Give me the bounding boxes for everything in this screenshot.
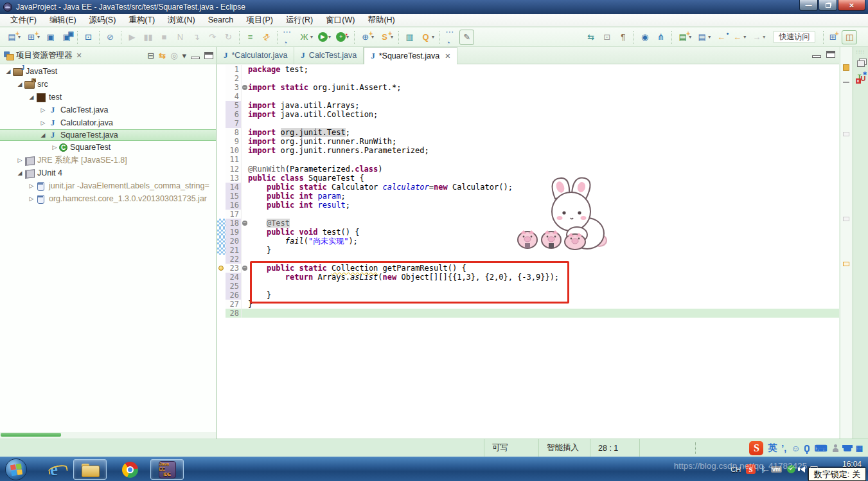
tree-item-junit-jar-javaelementlabels-comma-string[interactable]: ▷junit.jar -JavaElementLabels_comma_stri…: [0, 179, 216, 192]
open-resource-dropdown-arrow[interactable]: ▾: [708, 34, 711, 40]
collapse-icon[interactable]: −: [242, 221, 247, 226]
open-perspective-button[interactable]: ⊞+: [826, 30, 842, 44]
java-ee-perspective-button[interactable]: ◫: [842, 30, 857, 44]
save-all-button[interactable]: ▣▣: [59, 30, 74, 45]
back-to-last-edit-button[interactable]: ←•: [714, 30, 729, 45]
quick-access-box[interactable]: 快速访问: [773, 31, 815, 43]
overview-ruler[interactable]: [840, 47, 852, 439]
debug-dropdown-arrow[interactable]: ▾: [310, 34, 313, 40]
collapsed-arrow-icon[interactable]: ▷: [27, 183, 36, 189]
minimize-editor-icon[interactable]: [812, 55, 821, 58]
ime-emoji-icon[interactable]: ☺: [791, 443, 800, 453]
menu-item-7[interactable]: 运行(R): [279, 14, 319, 26]
skip-all-breakpoints-button[interactable]: ⊘: [103, 30, 118, 45]
taskbar-chrome[interactable]: [114, 459, 145, 480]
code-line-11[interactable]: 11: [217, 155, 839, 164]
menu-item-3[interactable]: 重构(T): [122, 14, 161, 26]
open-resource-button[interactable]: ▤▾: [695, 30, 713, 45]
junit-view-icon[interactable]: ✱ T U x: [856, 73, 866, 84]
last-edit-location-button[interactable]: ⇆: [583, 30, 598, 45]
close-button[interactable]: ✕: [838, 0, 865, 11]
new-wizard-button[interactable]: ▤+▾: [4, 30, 22, 45]
menu-item-9[interactable]: 帮助(H): [361, 14, 401, 26]
taskbar-file-explorer[interactable]: [73, 459, 107, 480]
launch-toolbar-button[interactable]: ⇄: [259, 30, 274, 45]
tab-close-icon[interactable]: ✕: [445, 52, 450, 60]
maximize-view-icon[interactable]: [204, 52, 213, 59]
collapse-icon[interactable]: −: [242, 85, 247, 90]
restore-views-icon[interactable]: [857, 60, 865, 67]
new-snippet-button[interactable]: ▤+▾: [675, 30, 693, 45]
tab-calctest-java[interactable]: JCalcTest.java: [294, 47, 364, 64]
search-button[interactable]: Q▾: [418, 30, 436, 45]
expanded-arrow-icon[interactable]: ◢: [39, 132, 48, 138]
type-hierarchy-button[interactable]: ⋔: [653, 30, 668, 45]
open-console-monitor-button[interactable]: ⊡: [81, 30, 96, 45]
code-line-2[interactable]: 2: [217, 74, 839, 83]
run-button[interactable]: ▶▾: [316, 30, 333, 45]
view-menu-icon[interactable]: ▾: [182, 51, 186, 60]
expanded-arrow-icon[interactable]: ◢: [27, 94, 36, 100]
ime-skin-icon[interactable]: [844, 445, 851, 451]
tree-item-calculator-java[interactable]: ▷JCalculator.java: [0, 116, 216, 129]
focus-icon[interactable]: ◎: [170, 51, 177, 60]
tab-squaretest-java[interactable]: J*SquareTest.java✕: [364, 47, 457, 64]
tree-item-src[interactable]: ◢src: [0, 78, 216, 91]
collapsed-arrow-icon[interactable]: ▷: [27, 195, 36, 202]
search-dropdown-arrow[interactable]: ▾: [432, 34, 434, 40]
collapsed-arrow-icon[interactable]: ▷: [50, 144, 59, 150]
code-line-5[interactable]: 5import java.util.Arrays;: [217, 101, 839, 110]
gray-marker[interactable]: [843, 217, 849, 221]
show-whitespace-button[interactable]: ¶: [616, 30, 630, 45]
menu-item-5[interactable]: Search: [202, 14, 240, 26]
expanded-arrow-icon[interactable]: ◢: [15, 170, 24, 176]
ime-voice-icon[interactable]: [804, 445, 810, 452]
link-with-editor-icon[interactable]: ⇆: [159, 51, 166, 60]
code-line-10[interactable]: 10import org.junit.runners.Parameterized…: [217, 146, 839, 155]
minimize-button[interactable]: —: [799, 0, 818, 11]
ime-language-toggle[interactable]: 英: [768, 442, 777, 454]
new-java-ee-project-button[interactable]: ⊞+▾: [24, 30, 42, 45]
project-explorer-close-icon[interactable]: ✕: [76, 51, 82, 60]
web-page-editor-button[interactable]: ▥: [402, 30, 417, 45]
tree-item-test[interactable]: ◢test: [0, 91, 216, 104]
tree-item-org-hamcrest-core-1-3-0-v201303031735-jar[interactable]: ▷org.hamcrest.core_1.3.0.v201303031735.j…: [0, 192, 216, 205]
tree-item-javatest[interactable]: ◢JavaTest: [0, 65, 216, 78]
dash-marker[interactable]: [843, 82, 849, 83]
profile-button[interactable]: ⋯◔: [443, 30, 458, 45]
run-external-tools-button[interactable]: +▪▾: [334, 30, 351, 45]
expanded-arrow-icon[interactable]: ◢: [15, 81, 24, 87]
sogou-logo-icon[interactable]: S: [749, 441, 763, 455]
menu-item-8[interactable]: 窗口(W): [319, 14, 361, 26]
new-web-service-button[interactable]: ⊕+▾: [358, 30, 376, 45]
coverage-button[interactable]: ⋯◔: [281, 30, 296, 45]
tree-item-squaretest[interactable]: ▷CSquareTest: [0, 141, 216, 154]
code-editor[interactable]: 1package test;23−import static org.junit…: [217, 65, 839, 439]
back-button[interactable]: ←▾: [730, 30, 748, 45]
collapsed-arrow-icon[interactable]: ▷: [39, 120, 48, 126]
ime-toolbox-icon[interactable]: ▦: [856, 444, 863, 453]
code-line-3[interactable]: 3−import static org.junit.Assert.*;: [217, 83, 839, 92]
code-line-8[interactable]: 8import org.junit.Test;: [217, 128, 839, 137]
menu-item-2[interactable]: 源码(S): [83, 14, 123, 26]
ime-keyboard-icon[interactable]: ⌨: [814, 443, 827, 453]
collapse-icon[interactable]: −: [242, 266, 247, 271]
quickfix-bulb-icon[interactable]: [218, 266, 224, 271]
code-line-1[interactable]: 1package test;: [217, 65, 839, 74]
taskbar-java-ee-ide[interactable]: Java EE IDE: [150, 459, 184, 480]
tab-calculator-java[interactable]: J*Calculator.java: [217, 47, 294, 64]
mark-occurrences-button[interactable]: ✎: [459, 30, 474, 45]
menu-item-6[interactable]: 项目(P): [240, 14, 279, 26]
code-line-12[interactable]: 12@RunWith(Parameterized.class): [217, 165, 839, 174]
code-line-9[interactable]: 9import org.junit.runner.RunWith;: [217, 137, 839, 146]
tree-item-squaretest-java[interactable]: ◢JSquareTest.java: [0, 129, 216, 141]
collapsed-arrow-icon[interactable]: ▷: [39, 107, 48, 113]
taskbar-internet-explorer[interactable]: e: [40, 459, 68, 480]
code-line-7[interactable]: 7: [217, 119, 839, 128]
gray-marker[interactable]: [843, 132, 849, 136]
ime-punctuation-toggle[interactable]: ’,: [781, 443, 786, 453]
tree-item-jre-javase-1-8[interactable]: ▷JRE 系统库 [JavaSE-1.8]: [0, 154, 216, 167]
menu-item-0[interactable]: 文件(F): [4, 14, 43, 26]
maximize-editor-icon[interactable]: [826, 51, 835, 58]
yellow-marker[interactable]: [843, 64, 849, 71]
